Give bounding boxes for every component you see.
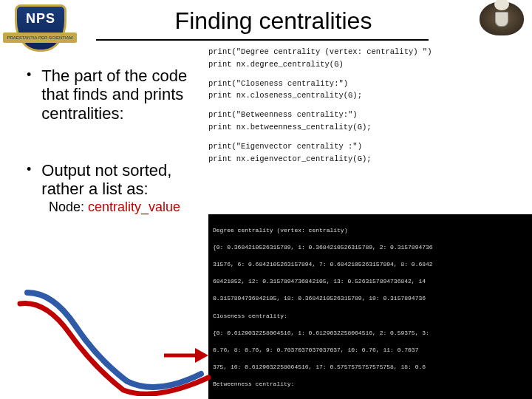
term-line: 375, 16: 0.6129032258064516, 17: 0.57575… [213, 363, 529, 372]
code-line: print nx.eigenvector_centrality(G); [208, 153, 526, 166]
code-block: print("Eigenvector centrality :") print … [208, 140, 526, 166]
term-line: Closeness centrality: [213, 312, 529, 321]
bullet-subtext: Node: centrality_value [49, 200, 204, 215]
code-line: print nx.betweenness_centrality(G); [208, 121, 526, 134]
code-line: print("Closeness centrality:") [208, 78, 526, 90]
arrow-icon [163, 346, 208, 365]
code-snippet: print("Degree centrality (vertex: centra… [208, 46, 526, 171]
term-line: 68421052, 12: 0.3157894736842105, 13: 0.… [213, 277, 529, 286]
wave-decoration-icon [16, 285, 212, 396]
code-block: print("Betweenness centrality:") print n… [208, 109, 526, 134]
term-line: Degree centrality (vertex: centrality) [213, 226, 529, 235]
term-line: Betweenness centrality: [213, 380, 529, 389]
code-line: print("Eigenvector centrality :") [208, 140, 526, 153]
eagle-icon [480, 1, 524, 35]
bullet-text: The part of the code that finds and prin… [41, 66, 204, 123]
nps-motto: PRAESTANTIA PER SCIENTIAM [3, 33, 77, 43]
title-block: Finding centralities [118, 7, 429, 41]
term-line: {0: 0.3684210526315789, 1: 0.36842105263… [213, 243, 529, 252]
sub-label: Node: [49, 200, 84, 214]
term-line: {0: 0.6129032258064516, 1: 0.61290322580… [213, 329, 529, 338]
bullet-dot-icon: • [27, 161, 31, 178]
nps-logo: NPS PRAESTANTIA PER SCIENTIAM [7, 4, 81, 56]
shield-icon: NPS [15, 4, 66, 52]
term-line: 0.76, 8: 0.76, 9: 0.7037037037037037, 10… [213, 346, 529, 355]
bullet-text: Output not sorted, rather a list as: [41, 161, 204, 199]
code-block: print("Closeness centrality:") print nx.… [208, 78, 526, 103]
code-line: print("Betweenness centrality:") [208, 109, 526, 121]
page-title: Finding centralities [118, 7, 429, 35]
bullet-item: • The part of the code that finds and pr… [27, 66, 204, 123]
nps-initials: NPS [17, 7, 64, 27]
bullet-item: • Output not sorted, rather a list as: N… [27, 161, 204, 216]
sub-value: centrality_value [88, 200, 180, 214]
svg-marker-1 [195, 348, 208, 363]
bullet-list: • The part of the code that finds and pr… [27, 66, 204, 253]
code-line: print("Degree centrality (vertex: centra… [208, 46, 526, 58]
title-underline [96, 39, 429, 41]
term-line: 31576, 6: 0.6842105263157894, 7: 0.68421… [213, 260, 529, 269]
bullet-dot-icon: • [27, 66, 31, 83]
code-line: print nx.closeness_centrality(G); [208, 89, 526, 102]
term-line: 0.3157894736842105, 18: 0.36842105263157… [213, 294, 529, 303]
code-line: print nx.degree_centrality(G) [208, 58, 526, 71]
code-block: print("Degree centrality (vertex: centra… [208, 46, 526, 71]
terminal-output: Degree centrality (vertex: centrality) {… [208, 214, 532, 399]
